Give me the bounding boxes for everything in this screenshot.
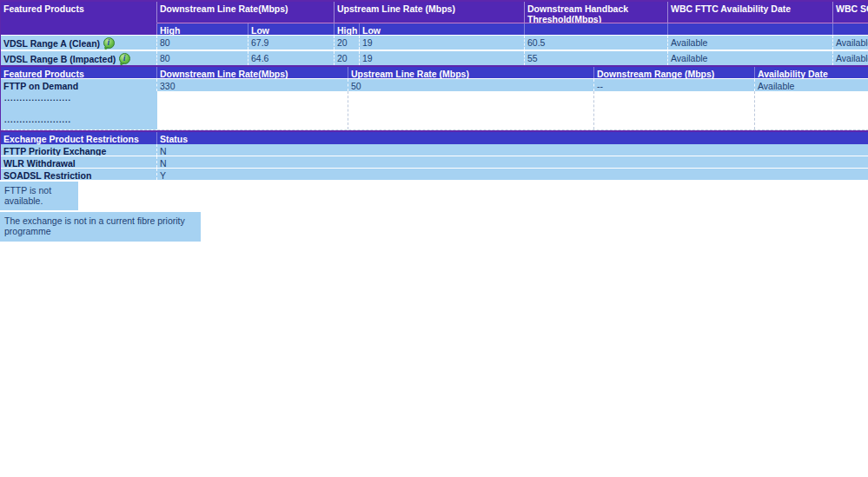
header-spacer: [1, 23, 157, 35]
table-cell: 50: [348, 79, 594, 91]
row-label-text: VDSL Range A (Clean): [3, 38, 100, 49]
table3-header-row: Exchange Product Restrictions Status: [1, 132, 868, 144]
row-label: SOADSL Restriction: [1, 169, 157, 180]
col-header-downstream-range: Downstream Range (Mbps): [594, 67, 755, 78]
col-header-downstream-line-rate: Downstream Line Rate(Mbps): [157, 67, 348, 78]
table-cell: --: [594, 79, 755, 91]
empty-cell: [594, 91, 755, 129]
featured-products-vdsl-table: Featured Products Downstream Line Rate(M…: [0, 0, 868, 65]
table-row-fttp-on-demand: FTTP on Demand 330 50 -- Available: [1, 79, 868, 91]
table-cell: 80: [157, 51, 248, 65]
table-cell: 60.5: [525, 36, 668, 50]
exchange-product-restrictions-table: Exchange Product Restrictions Status FTT…: [0, 130, 868, 180]
table2-empty-body: ...................... .................…: [1, 91, 868, 130]
placeholder-row: ......................: [1, 91, 157, 113]
table-cell: 330: [157, 79, 348, 91]
col-header-featured-products: Featured Products: [1, 67, 157, 78]
table-cell: 19: [360, 51, 525, 65]
col-header-upstream-line-rate: Upstream Line Rate (Mbps): [335, 2, 525, 23]
col-header-wbc-sog: WBC SOG: [833, 2, 868, 23]
table-cell: 67.9: [248, 36, 335, 50]
table-cell: Available: [833, 51, 868, 65]
subheader-upstream-high: High: [335, 23, 360, 35]
row-label-text: VDSL Range B (Impacted): [3, 54, 116, 64]
table-cell: 64.6: [248, 51, 335, 65]
status-value: Y: [157, 169, 868, 180]
table1-header-row2: High Low High Low: [1, 23, 868, 35]
col-header-wbc-fttc-availability-date: WBC FTTC Availability Date: [668, 2, 833, 23]
table-row-wlr-withdrawal: WLR Withdrawal N: [1, 156, 868, 168]
col-header-exchange-product-restrictions: Exchange Product Restrictions: [1, 132, 157, 144]
info-icon[interactable]: [119, 53, 130, 64]
placeholder-column: ...................... .................…: [1, 91, 157, 129]
row-label: FTTP Priority Exchange: [1, 144, 157, 156]
col-header-upstream-line-rate: Upstream Line Rate (Mbps): [348, 67, 594, 78]
table2-header-row: Featured Products Downstream Line Rate(M…: [1, 67, 868, 78]
row-label-vdsl-range-a: VDSL Range A (Clean): [1, 36, 157, 50]
subheader-empty: [668, 23, 833, 35]
status-value: N: [157, 156, 868, 168]
empty-cell: [348, 91, 594, 129]
row-label-vdsl-range-b: VDSL Range B (Impacted): [1, 51, 157, 65]
table-cell: 20: [335, 36, 360, 50]
subheader-downstream-high: High: [157, 23, 248, 35]
table-cell: 80: [157, 36, 248, 50]
table-cell: Available: [668, 51, 833, 65]
subheader-empty: [525, 23, 668, 35]
table-cell: 20: [335, 51, 360, 65]
table-cell: Available: [755, 79, 868, 91]
col-header-downstream-line-rate: Downstream Line Rate(Mbps): [157, 2, 335, 23]
note-fttp-not-available: FTTP is not available.: [0, 182, 78, 210]
table-cell: 55: [525, 51, 668, 65]
table-row-vdsl-range-b: VDSL Range B (Impacted) 80 64.6 20 19 55…: [1, 51, 868, 65]
col-header-featured-products: Featured Products: [1, 2, 157, 23]
featured-products-fttp-table: Featured Products Downstream Line Rate(M…: [0, 65, 868, 130]
table1-header-row1: Featured Products Downstream Line Rate(M…: [1, 2, 868, 23]
col-header-availability-date: Availability Date: [755, 67, 868, 78]
col-header-status: Status: [157, 132, 868, 144]
row-label: WLR Withdrawal: [1, 156, 157, 168]
note-fibre-priority-programme: The exchange is not in a current fibre p…: [0, 212, 201, 242]
table-row-fttp-priority-exchange: FTTP Priority Exchange N: [1, 144, 868, 156]
table-row-vdsl-range-a: VDSL Range A (Clean) 80 67.9 20 19 60.5 …: [1, 36, 868, 50]
empty-cell: [755, 91, 868, 129]
subheader-upstream-low: Low: [360, 23, 525, 35]
table-cell: Available: [833, 36, 868, 50]
availability-checker-results: Featured Products Downstream Line Rate(M…: [0, 0, 868, 477]
row-label-fttp-on-demand: FTTP on Demand: [1, 79, 157, 91]
table-cell: 19: [360, 36, 525, 50]
status-value: N: [157, 144, 868, 156]
subheader-empty: [833, 23, 868, 35]
info-icon[interactable]: [103, 37, 115, 49]
empty-cell: [157, 91, 348, 129]
subheader-downstream-low: Low: [248, 23, 335, 35]
table-row-soadsl-restriction: SOADSL Restriction Y: [1, 169, 868, 180]
col-header-downstream-handback-threshold: Downstream Handback Threshold(Mbps): [525, 2, 668, 23]
table-cell: Available: [668, 36, 833, 50]
